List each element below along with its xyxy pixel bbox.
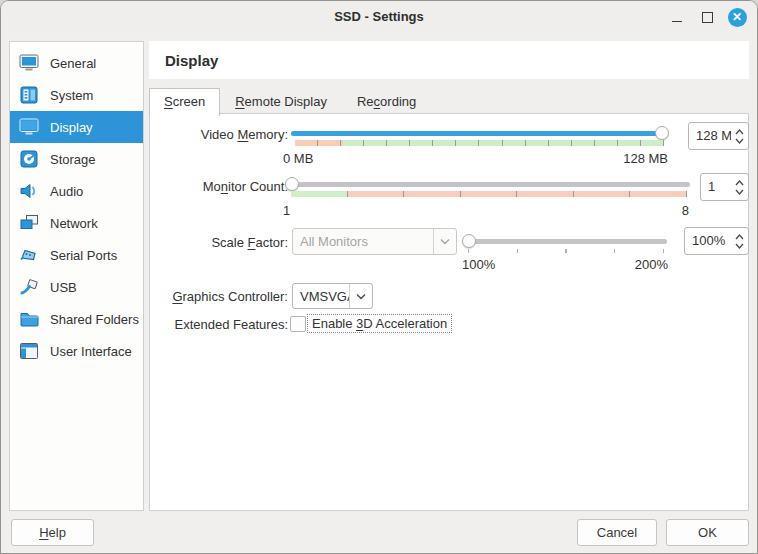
chevron-down-icon bbox=[349, 284, 372, 308]
system-icon bbox=[18, 86, 40, 104]
video-memory-spinbox[interactable]: 128 MB bbox=[688, 122, 749, 150]
monitor-count-slider-track bbox=[287, 182, 690, 187]
monitor-count-slider[interactable] bbox=[287, 177, 690, 191]
sidebar-item-system[interactable]: System bbox=[10, 79, 143, 111]
network-icon bbox=[18, 214, 40, 232]
usb-icon bbox=[18, 278, 40, 296]
storage-icon bbox=[18, 150, 40, 168]
sidebar-item-label: Storage bbox=[50, 152, 96, 167]
sidebar-item-label: Network bbox=[50, 216, 98, 231]
sidebar-item-audio[interactable]: Audio bbox=[10, 175, 143, 207]
help-button[interactable]: Help bbox=[11, 519, 94, 546]
graphics-controller-label: Graphics Controller: bbox=[150, 289, 288, 304]
video-memory-min-label: 0 MB bbox=[283, 151, 313, 166]
enable-3d-acceleration-checkbox[interactable] bbox=[290, 316, 306, 332]
monitor-count-max-label: 8 bbox=[682, 203, 689, 218]
scale-factor-monitor-combo[interactable]: All Monitors bbox=[292, 228, 457, 255]
tab-screen[interactable]: Screen bbox=[149, 88, 220, 116]
scale-factor-minmax: 100% 200% bbox=[462, 257, 668, 272]
sidebar-item-serial-ports[interactable]: Serial Ports bbox=[10, 239, 143, 271]
settings-dialog: SSD - Settings ✕ General System Display bbox=[0, 0, 758, 554]
monitor-count-label: Monitor Count: bbox=[150, 179, 288, 194]
sidebar-item-usb[interactable]: USB bbox=[10, 271, 143, 303]
monitor-count-slider-handle[interactable] bbox=[285, 177, 299, 191]
extended-features-label: Extended Features: bbox=[150, 317, 288, 332]
sidebar-item-network[interactable]: Network bbox=[10, 207, 143, 239]
sidebar-item-display[interactable]: Display bbox=[10, 111, 143, 143]
spin-up-icon[interactable] bbox=[735, 180, 744, 186]
close-button[interactable]: ✕ bbox=[727, 7, 747, 27]
monitor-count-scale-zone bbox=[291, 191, 687, 197]
scale-factor-spin-buttons[interactable] bbox=[731, 228, 748, 254]
minimize-button[interactable] bbox=[667, 7, 687, 27]
shared-folders-icon bbox=[18, 310, 40, 328]
sidebar-item-storage[interactable]: Storage bbox=[10, 143, 143, 175]
sidebar-item-label: USB bbox=[50, 280, 77, 295]
window-title: SSD - Settings bbox=[1, 1, 757, 33]
maximize-icon bbox=[702, 12, 713, 23]
graphics-controller-value: VMSVGA bbox=[293, 284, 349, 308]
page-title: Display bbox=[165, 52, 218, 69]
enable-3d-acceleration-option[interactable]: Enable 3D Acceleration bbox=[307, 314, 452, 333]
scale-factor-monitor-value: All Monitors bbox=[293, 229, 433, 254]
spin-down-icon[interactable] bbox=[735, 138, 744, 144]
video-memory-value[interactable]: 128 MB bbox=[689, 123, 731, 149]
sidebar-item-label: Shared Folders bbox=[50, 312, 139, 327]
scale-factor-slider-handle[interactable] bbox=[462, 234, 476, 248]
monitor-count-minmax: 1 8 bbox=[283, 203, 689, 218]
scale-factor-slider[interactable] bbox=[464, 234, 667, 248]
monitor-count-min-label: 1 bbox=[283, 203, 290, 218]
display-tabs: Screen Remote Display Recording bbox=[149, 88, 431, 114]
scale-factor-slider-track bbox=[464, 239, 667, 244]
sidebar-item-label: General bbox=[50, 56, 96, 71]
video-memory-slider-handle[interactable] bbox=[655, 126, 669, 140]
title-bar: SSD - Settings ✕ bbox=[1, 1, 757, 33]
sidebar-item-label: Serial Ports bbox=[50, 248, 117, 263]
sidebar-item-shared-folders[interactable]: Shared Folders bbox=[10, 303, 143, 335]
panel-header: Display bbox=[149, 41, 749, 79]
scale-factor-label: Scale Factor: bbox=[150, 235, 288, 250]
minimize-icon bbox=[672, 21, 682, 22]
sidebar-item-label: Display bbox=[50, 120, 93, 135]
video-memory-minmax: 0 MB 128 MB bbox=[283, 151, 668, 166]
video-memory-scale-ticks bbox=[295, 140, 664, 146]
scale-factor-value[interactable]: 100% bbox=[685, 228, 731, 254]
screen-tab-content: Video Memory: 0 MB 128 MB 128 MB Monitor… bbox=[149, 113, 749, 511]
sidebar-item-general[interactable]: General bbox=[10, 47, 143, 79]
sidebar-item-user-interface[interactable]: User Interface bbox=[10, 335, 143, 367]
spin-down-icon[interactable] bbox=[735, 243, 744, 249]
monitor-count-scale-ticks bbox=[291, 191, 687, 197]
close-icon: ✕ bbox=[728, 8, 747, 27]
sidebar-item-label: User Interface bbox=[50, 344, 132, 359]
display-icon bbox=[18, 118, 40, 136]
settings-category-list: General System Display Storage Audio bbox=[9, 41, 144, 511]
video-memory-slider[interactable] bbox=[291, 126, 667, 140]
tab-remote-display[interactable]: Remote Display bbox=[220, 88, 342, 114]
audio-icon bbox=[18, 182, 40, 200]
monitor-count-spin-buttons[interactable] bbox=[731, 174, 748, 200]
video-memory-spin-buttons[interactable] bbox=[731, 123, 748, 149]
video-memory-max-label: 128 MB bbox=[623, 151, 668, 166]
spin-up-icon[interactable] bbox=[735, 129, 744, 135]
scale-factor-spinbox[interactable]: 100% bbox=[684, 227, 749, 255]
video-memory-label: Video Memory: bbox=[150, 127, 288, 142]
serial-ports-icon bbox=[18, 246, 40, 264]
monitor-count-spinbox[interactable]: 1 bbox=[700, 173, 749, 201]
graphics-controller-combo[interactable]: VMSVGA bbox=[292, 283, 373, 309]
sidebar-item-label: Audio bbox=[50, 184, 83, 199]
tab-recording[interactable]: Recording bbox=[342, 88, 431, 114]
sidebar-item-label: System bbox=[50, 88, 93, 103]
spin-down-icon[interactable] bbox=[735, 189, 744, 195]
chevron-down-icon bbox=[433, 229, 456, 254]
scale-factor-max-label: 200% bbox=[635, 257, 668, 272]
maximize-button[interactable] bbox=[697, 7, 717, 27]
ok-button[interactable]: OK bbox=[666, 519, 749, 546]
scale-factor-min-label: 100% bbox=[462, 257, 495, 272]
video-memory-scale-zone bbox=[295, 140, 664, 146]
monitor-count-value[interactable]: 1 bbox=[701, 174, 731, 200]
spin-up-icon[interactable] bbox=[735, 234, 744, 240]
scale-factor-scale-ticks-row bbox=[468, 249, 664, 253]
scale-factor-scale-ticks bbox=[468, 249, 664, 253]
general-icon bbox=[18, 54, 40, 72]
cancel-button[interactable]: Cancel bbox=[577, 519, 657, 546]
